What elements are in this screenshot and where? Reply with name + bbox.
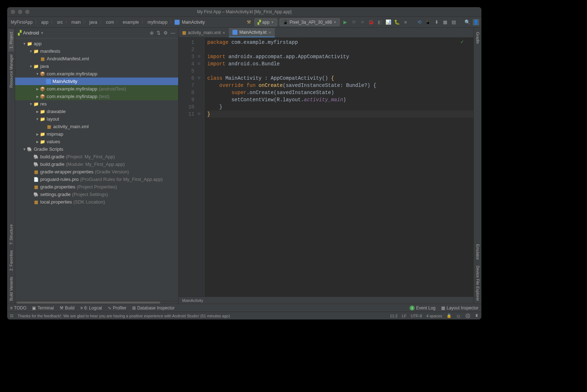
terminal-button[interactable]: ▣ Terminal [32, 305, 54, 311]
attach-debugger-icon[interactable]: 🐛 [394, 19, 400, 25]
tree-build-gradle-project[interactable]: 🐘build.gradle(Project: My_First_App) [15, 153, 178, 160]
profiler-button[interactable]: ∿ Profiler [108, 305, 126, 311]
avd-manager-icon[interactable]: 📱 [425, 19, 431, 25]
hide-icon[interactable]: — [171, 30, 175, 36]
tree-res[interactable]: ▼📁res [15, 100, 178, 108]
project-tab[interactable]: 1: Project [8, 29, 14, 51]
resource-manager-icon[interactable]: ▦ [442, 19, 448, 25]
close-icon[interactable]: ✕ [268, 31, 271, 34]
close-icon[interactable]: ✕ [222, 31, 225, 35]
build-variants-tab[interactable]: Build Variants [8, 274, 14, 304]
lock-icon[interactable]: 🔒 [447, 313, 452, 318]
layout-inspector-button[interactable]: ▦ Layout Inspector [441, 305, 479, 311]
fold-gutter[interactable]: ⊟⊡ ⊟ ⊡ [198, 38, 204, 297]
resource-manager-tab[interactable]: Resource Manager [8, 51, 14, 91]
project-tree[interactable]: ▼📁app ▼📁manifests ▦AndroidManifest.xml ▼… [15, 38, 178, 301]
tree-layout[interactable]: ▼📁layout [15, 115, 178, 123]
crumb[interactable]: example [121, 19, 140, 25]
indent[interactable]: 4 spaces [426, 314, 442, 318]
tree-settings-gradle[interactable]: 🐘settings.gradle(Project Settings) [15, 191, 178, 198]
user-icon[interactable]: 👤 [473, 19, 479, 25]
kotlin-icon [232, 30, 237, 35]
right-tool-strip: Gradle Emulator Device File Explorer [473, 28, 481, 304]
tree-proguard[interactable]: 📄proguard-rules.pro(ProGuard Rules for M… [15, 176, 178, 183]
stop-icon[interactable]: ■ [402, 19, 409, 25]
emulator-tab[interactable]: Emulator [475, 241, 481, 263]
tree-java[interactable]: ▼📁java [15, 62, 178, 70]
crumb[interactable]: java [88, 19, 99, 25]
tree-build-gradle-module[interactable]: 🐘build.gradle(Module: My_First_App.app) [15, 160, 178, 168]
crumb-file[interactable]: MainActivity [180, 19, 206, 25]
todo-button[interactable]: ≡ TODO [10, 305, 26, 311]
tab-main-activity[interactable]: MainActivity.kt✕ [229, 28, 275, 37]
database-inspector-button[interactable]: ⊞ Database Inspector [132, 305, 175, 311]
tree-package-androidtest[interactable]: ▶📦com.example.myfirstapp(androidTest) [15, 85, 178, 93]
crumb[interactable]: myfirstapp [146, 19, 169, 25]
tree-gradle-wrapper[interactable]: ▦gradle-wrapper.properties(Gradle Versio… [15, 168, 178, 176]
tree-package[interactable]: ▼📦com.example.myfirstapp [15, 70, 178, 78]
status-bar: ⊡ Thanks for the feedback!: We are glad … [7, 312, 481, 319]
tree-manifest-file[interactable]: ▦AndroidManifest.xml [15, 55, 178, 62]
crumb[interactable]: src [56, 19, 64, 25]
debug-icon[interactable]: 🐞 [368, 19, 374, 25]
apply-code-icon[interactable]: ≡ [359, 19, 366, 25]
hammer-icon[interactable]: ⚒ [246, 19, 252, 25]
encoding[interactable]: UTF-8 [411, 314, 422, 318]
toolbar-actions: ⚒ ▞ app ▼ 📱 Pixel_3a_API_30_x86 ▼ ▶ ⟳ ≡ … [246, 18, 479, 26]
editor-breadcrumb[interactable]: MainActivity [179, 297, 473, 304]
assistant-icon[interactable]: ▨ [450, 19, 457, 25]
window-controls[interactable] [11, 10, 29, 14]
view-selector[interactable]: ▞ Android ▼ [18, 30, 44, 36]
build-button[interactable]: ⚒ Build [60, 305, 75, 311]
apply-changes-icon[interactable]: ⟳ [351, 19, 357, 25]
crumb[interactable]: main [70, 19, 82, 25]
device-file-explorer-tab[interactable]: Device File Explorer [475, 263, 481, 304]
left-tool-strip: 1: Project Resource Manager 7: Structure… [7, 28, 15, 304]
tree-activity-main-xml[interactable]: ▦activity_main.xml [15, 123, 178, 130]
feedback-sad-icon[interactable]: ☹ [465, 313, 471, 319]
tree-mipmap[interactable]: ▶📁mipmap [15, 130, 178, 138]
code-content[interactable]: package com.example.myfirstapp import an… [204, 38, 473, 297]
tree-gradle-properties[interactable]: ▦gradle.properties(Project Properties) [15, 183, 178, 191]
memory-indicator-icon[interactable]: ♜ [475, 313, 479, 318]
tree-manifests[interactable]: ▼📁manifests [15, 47, 178, 55]
run-config-module[interactable]: ▞ app ▼ [254, 18, 277, 26]
sdk-manager-icon[interactable]: ⬇ [433, 19, 440, 25]
editor-area: ✓ ▦activity_main.xml✕ MainActivity.kt✕ 1… [179, 28, 473, 304]
tree-package-test[interactable]: ▶📦com.example.myfirstapp(test) [15, 93, 178, 100]
favorites-tab[interactable]: 2: Favorites [8, 247, 14, 274]
code-editor[interactable]: 1234567891011 ⊟⊡ ⊟ ⊡ package com.example… [179, 38, 473, 297]
crumb[interactable]: app [40, 19, 50, 25]
structure-tab[interactable]: 7: Structure [8, 221, 14, 248]
run-config-device[interactable]: 📱 Pixel_3a_API_30_x86 ▼ [279, 18, 340, 26]
sync-icon[interactable]: ⟲ [416, 19, 422, 25]
crumb[interactable]: MyFirstApp [9, 19, 34, 25]
profile-icon[interactable]: 📊 [385, 19, 392, 25]
feedback-ok-icon[interactable]: ☺ [456, 313, 461, 319]
logcat-button[interactable]: ≡ 6: Logcat [80, 305, 102, 311]
run-icon[interactable]: ▶ [342, 19, 348, 25]
tab-activity-main[interactable]: ▦activity_main.xml✕ [179, 28, 229, 37]
event-log-button[interactable]: 1 Event Log [410, 305, 435, 311]
inspections-ok-icon[interactable]: ✓ [460, 39, 464, 45]
coverage-icon[interactable]: ◧ [376, 19, 383, 25]
line-separator[interactable]: LF [402, 314, 407, 318]
kotlin-icon [46, 79, 51, 84]
crumb[interactable]: com [105, 19, 116, 25]
gear-icon[interactable]: ⚙ [163, 30, 168, 36]
ide-window: My First App – MainActivity.kt [My_First… [7, 7, 481, 319]
tree-values[interactable]: ▶📁values [15, 138, 178, 145]
search-icon[interactable]: 🔍 [464, 19, 471, 25]
tree-drawable[interactable]: ▶📁drawable [15, 108, 178, 115]
tree-app[interactable]: ▼📁app [15, 40, 178, 47]
tree-gradle-scripts[interactable]: ▼🐘Gradle Scripts [15, 145, 178, 153]
select-opened-icon[interactable]: ⊕ [150, 30, 154, 36]
navigation-breadcrumb: MyFirstApp〉 app〉 src〉 main〉 java〉 com〉 e… [9, 19, 206, 25]
tool-windows-icon[interactable]: ⊡ [10, 313, 13, 318]
cursor-position[interactable]: 11:2 [390, 314, 397, 318]
tree-local-properties[interactable]: ▦local.properties(SDK Location) [15, 198, 178, 206]
tree-main-activity[interactable]: MainActivity [15, 78, 178, 85]
tree-scrollbar[interactable] [15, 301, 178, 304]
gradle-tab[interactable]: Gradle [475, 29, 481, 47]
collapse-icon[interactable]: ⇅ [157, 30, 161, 36]
